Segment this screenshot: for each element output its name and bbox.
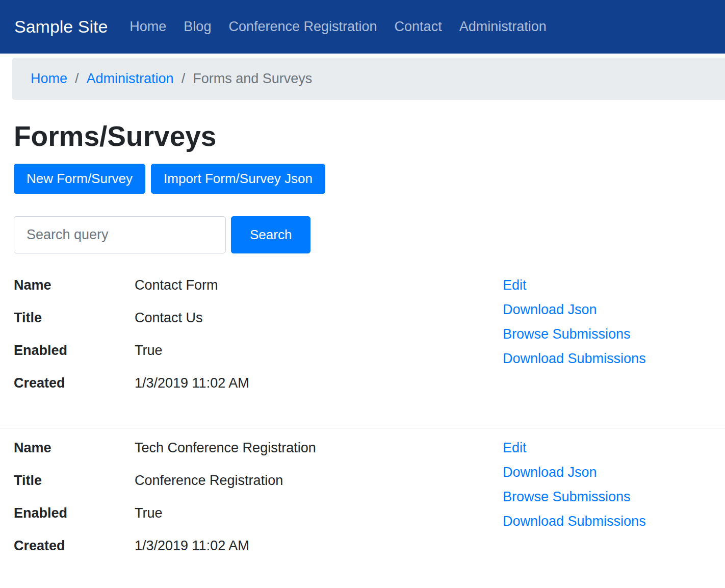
new-form-survey-button[interactable]: New Form/Survey	[14, 164, 145, 194]
field-value: Contact Us	[135, 310, 203, 326]
search-bar: Search	[14, 216, 711, 253]
edit-link[interactable]: Edit	[503, 277, 646, 293]
breadcrumb-separator: /	[174, 71, 193, 87]
form-record: Name Contact Form Title Contact Us Enabl…	[14, 277, 711, 407]
download-submissions-link[interactable]: Download Submissions	[503, 513, 646, 529]
field-row-created: Created 1/3/2019 11:02 AM	[14, 538, 503, 554]
field-label: Created	[14, 375, 135, 391]
record-fields: Name Tech Conference Registration Title …	[14, 440, 503, 570]
import-form-survey-json-button[interactable]: Import Form/Survey Json	[151, 164, 325, 194]
nav-item-conference-registration[interactable]: Conference Registration	[220, 19, 385, 35]
breadcrumb-home[interactable]: Home	[31, 71, 67, 87]
toolbar: New Form/Survey Import Form/Survey Json	[14, 164, 711, 194]
field-value: 1/3/2019 11:02 AM	[135, 375, 249, 391]
breadcrumb-separator: /	[67, 71, 87, 87]
top-navbar: Sample Site Home Blog Conference Registr…	[0, 0, 725, 54]
browse-submissions-link[interactable]: Browse Submissions	[503, 489, 646, 505]
field-label: Title	[14, 472, 135, 489]
field-value: True	[135, 342, 163, 359]
download-submissions-link[interactable]: Download Submissions	[503, 350, 646, 367]
field-value: Conference Registration	[135, 472, 283, 489]
field-label: Created	[14, 538, 135, 554]
nav-links: Home Blog Conference Registration Contac…	[121, 19, 555, 35]
field-value: Contact Form	[135, 277, 218, 293]
breadcrumb-current: Forms and Surveys	[193, 71, 312, 87]
field-label: Name	[14, 440, 135, 456]
record-fields: Name Contact Form Title Contact Us Enabl…	[14, 277, 503, 407]
search-button[interactable]: Search	[231, 216, 310, 253]
field-label: Enabled	[14, 505, 135, 521]
nav-item-blog[interactable]: Blog	[175, 19, 220, 35]
record-divider	[0, 428, 725, 428]
breadcrumb: Home / Administration / Forms and Survey…	[12, 58, 725, 100]
field-label: Name	[14, 277, 135, 293]
download-json-link[interactable]: Download Json	[503, 301, 646, 318]
field-label: Title	[14, 310, 135, 326]
page-title: Forms/Surveys	[14, 120, 711, 152]
field-row-title: Title Conference Registration	[14, 472, 503, 489]
field-value: Tech Conference Registration	[135, 440, 316, 456]
nav-item-contact[interactable]: Contact	[386, 19, 451, 35]
record-actions: Edit Download Json Browse Submissions Do…	[503, 277, 646, 375]
browse-submissions-link[interactable]: Browse Submissions	[503, 326, 646, 342]
record-actions: Edit Download Json Browse Submissions Do…	[503, 440, 646, 538]
nav-item-home[interactable]: Home	[121, 19, 175, 35]
field-row-enabled: Enabled True	[14, 505, 503, 521]
brand-link[interactable]: Sample Site	[14, 17, 108, 37]
field-row-created: Created 1/3/2019 11:02 AM	[14, 375, 503, 391]
form-record: Name Tech Conference Registration Title …	[14, 440, 711, 570]
search-input[interactable]	[14, 216, 226, 253]
field-row-title: Title Contact Us	[14, 310, 503, 326]
field-row-name: Name Tech Conference Registration	[14, 440, 503, 456]
records-list: Name Contact Form Title Contact Us Enabl…	[14, 277, 711, 588]
nav-item-administration[interactable]: Administration	[451, 19, 555, 35]
download-json-link[interactable]: Download Json	[503, 464, 646, 480]
breadcrumb-administration[interactable]: Administration	[87, 71, 174, 87]
field-label: Enabled	[14, 342, 135, 359]
field-row-name: Name Contact Form	[14, 277, 503, 293]
field-value: True	[135, 505, 163, 521]
field-value: 1/3/2019 11:02 AM	[135, 538, 249, 554]
field-row-enabled: Enabled True	[14, 342, 503, 359]
main-content: Forms/Surveys New Form/Survey Import For…	[0, 120, 725, 588]
edit-link[interactable]: Edit	[503, 440, 646, 456]
